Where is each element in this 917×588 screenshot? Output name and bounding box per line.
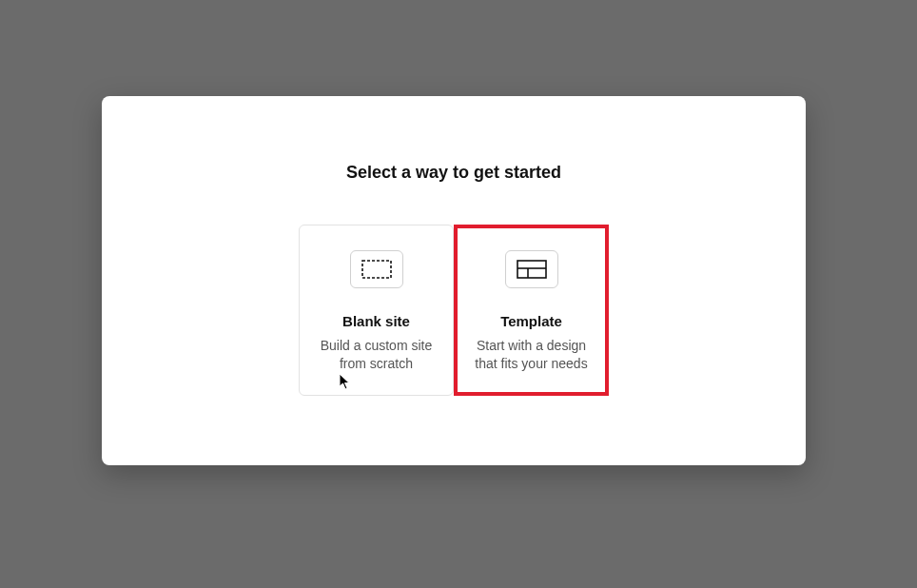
layout-template-icon bbox=[505, 250, 558, 288]
option-title: Template bbox=[500, 313, 562, 329]
option-blank-site[interactable]: Blank site Build a custom site from scra… bbox=[299, 225, 454, 396]
get-started-modal: Select a way to get started Blank site B… bbox=[102, 96, 806, 465]
option-template[interactable]: Template Start with a design that fits y… bbox=[454, 225, 609, 396]
option-description: Build a custom site from scratch bbox=[313, 337, 439, 373]
svg-rect-1 bbox=[517, 261, 546, 278]
dashed-rectangle-icon bbox=[350, 250, 403, 288]
option-description: Start with a design that fits your needs bbox=[468, 337, 595, 373]
modal-title: Select a way to get started bbox=[346, 163, 561, 183]
option-title: Blank site bbox=[342, 313, 410, 329]
svg-rect-0 bbox=[362, 261, 391, 278]
options-row: Blank site Build a custom site from scra… bbox=[299, 225, 609, 396]
